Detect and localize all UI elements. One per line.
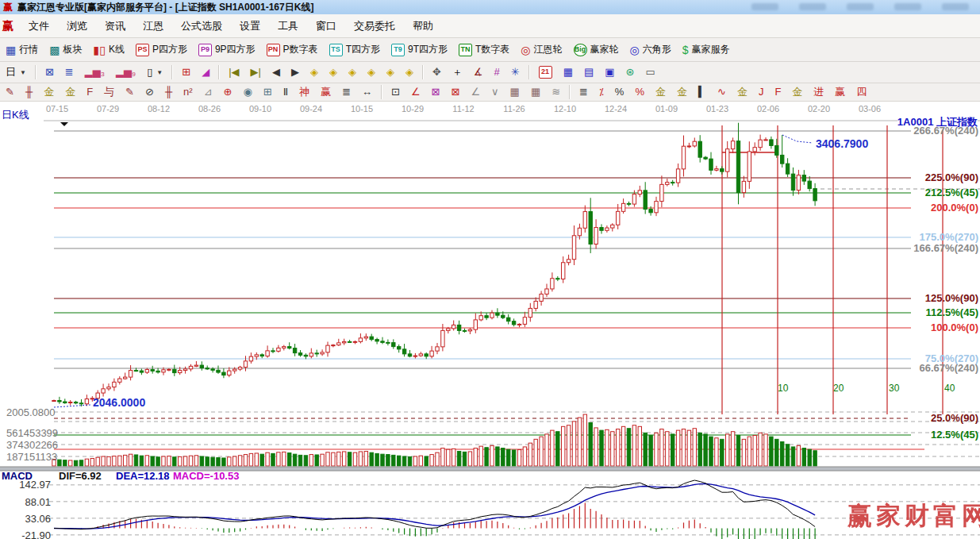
slash-fan-tool[interactable]: ∠ xyxy=(466,84,485,100)
grid-box-tool[interactable]: ▦ xyxy=(505,84,525,100)
candle-style-dropdown[interactable]: ▯▼ xyxy=(142,64,167,80)
gold-gate-tool[interactable]: 金 xyxy=(39,84,59,100)
t-square-button[interactable]: TST四方形 xyxy=(325,41,385,58)
four-angle-tool[interactable]: 四 xyxy=(851,84,871,100)
print-button[interactable]: ▭ xyxy=(640,64,659,80)
gann-level-label: 66.67%(240) xyxy=(920,362,978,374)
pen2-tool[interactable]: ✎ xyxy=(121,84,139,100)
grid-box2-tool[interactable]: ▦ xyxy=(526,84,545,100)
notepad-button[interactable]: ▤ xyxy=(579,64,598,80)
fence2-tool[interactable]: ╫ xyxy=(160,84,177,100)
menu-item-5[interactable]: 设置 xyxy=(231,15,269,37)
wave-tool[interactable]: ∿ xyxy=(713,84,731,100)
angle-tool-button[interactable]: ∡ xyxy=(469,64,488,80)
ruler-tool[interactable]: ≣ xyxy=(337,84,355,100)
percent-line-tool[interactable]: ⁒ xyxy=(594,84,609,100)
ma3-chart-icon[interactable]: ▂▅₃ xyxy=(80,64,110,80)
gann-level-label: 25.0%(90) xyxy=(931,412,978,424)
menu-item-1[interactable]: 浏览 xyxy=(58,15,96,37)
winner-service-button[interactable]: $赢家服务 xyxy=(678,41,735,58)
gann-grid-icon[interactable]: ⊞ xyxy=(177,64,195,80)
menu-item-7[interactable]: 窗口 xyxy=(307,15,345,37)
color-flag-icon[interactable]: ◢ xyxy=(197,64,214,80)
crosshair-button[interactable]: ＋ xyxy=(448,64,467,80)
f-gate-tool[interactable]: F xyxy=(82,84,98,100)
shen-gate-tool[interactable]: 神 xyxy=(294,84,314,100)
win-angle-tool[interactable]: 赢 xyxy=(830,84,850,100)
bars-tool[interactable]: ≣ xyxy=(575,84,593,100)
hexagon-button[interactable]: ◎六角形 xyxy=(625,41,676,58)
span-arrow-tool[interactable]: ↔ xyxy=(357,84,377,100)
gann-net-button[interactable]: # xyxy=(489,64,504,80)
zoom-all-button[interactable]: ◈ xyxy=(382,64,399,80)
zoom-right-button[interactable]: ◈ xyxy=(325,64,342,80)
ma9-chart-icon[interactable]: ▂▅₉ xyxy=(111,64,140,80)
percent2-tool[interactable]: % xyxy=(630,84,649,100)
menu-item-6[interactable]: 工具 xyxy=(269,15,307,37)
web-circle-tool[interactable]: ◉ xyxy=(238,84,256,100)
box-x-tool[interactable]: ⊠ xyxy=(447,84,465,100)
angle-a-tool[interactable]: ⊿ xyxy=(199,84,217,100)
gann-level-label: 266.67%(240) xyxy=(913,125,978,137)
jin-angle-tool[interactable]: 进 xyxy=(809,84,828,100)
zoom-move-button[interactable]: ◈ xyxy=(401,64,418,80)
gold2-angle-tool[interactable]: 金 xyxy=(787,84,807,100)
nav-prev-button[interactable]: ◀ xyxy=(267,64,285,80)
win-gate-tool[interactable]: 赢 xyxy=(316,84,336,100)
fence-tool[interactable]: ╫ xyxy=(21,84,37,100)
brush-tool[interactable]: ✎ xyxy=(1,84,19,100)
nav-next-button[interactable]: ▶ xyxy=(286,64,304,80)
gann-wheel-button[interactable]: ◎江恩轮 xyxy=(516,41,567,58)
menu-item-3[interactable]: 江恩 xyxy=(134,15,172,37)
zoom-left-button[interactable]: ◈ xyxy=(306,64,323,80)
sectors-button[interactable]: ▩板块 xyxy=(44,41,86,58)
menu-item-2[interactable]: 资讯 xyxy=(96,15,134,37)
menu-item-8[interactable]: 交易委托 xyxy=(345,15,404,37)
hook-tool[interactable]: 与 xyxy=(99,84,119,100)
menu-item-9[interactable]: 帮助 xyxy=(404,15,442,37)
pause-quote-tool[interactable]: Ⅱ xyxy=(279,84,293,100)
hand-tool-button[interactable]: ✥ xyxy=(428,64,446,80)
9t-square-button[interactable]: T99T四方形 xyxy=(386,41,452,58)
box-tool[interactable]: ⊡ xyxy=(386,84,405,100)
fan-lines-tool[interactable]: ∠ xyxy=(406,84,425,100)
quotes-button-label: 行情 xyxy=(19,43,38,56)
info-doc-icon[interactable]: ≣ xyxy=(60,64,79,80)
circle-cross-tool[interactable]: ⊕ xyxy=(219,84,237,100)
gold-angle-tool[interactable]: 金 xyxy=(732,84,752,100)
analyse-button[interactable]: ✳ xyxy=(506,64,525,80)
gold-line-tool[interactable]: 金 xyxy=(672,84,692,100)
winner-wheel-button[interactable]: Big赢家轮 xyxy=(569,41,624,58)
menu-item-0[interactable]: 文件 xyxy=(20,15,58,37)
overlay-icon[interactable]: ⊠ xyxy=(40,64,59,80)
f-angle-tool[interactable]: F xyxy=(770,84,786,100)
slashes-tool[interactable]: ≋ xyxy=(547,84,565,100)
save-button[interactable]: ▣ xyxy=(600,64,619,80)
menu-item-4[interactable]: 公式选股 xyxy=(172,15,231,37)
period-day-dropdown[interactable]: 日▼ xyxy=(1,64,31,80)
zoom-h-button[interactable]: ◈ xyxy=(344,64,361,80)
t-digit-table-button[interactable]: TNT数字表 xyxy=(454,41,514,58)
zoom-out-button[interactable]: ◈ xyxy=(363,64,380,80)
box-fan-tool[interactable]: ⊠ xyxy=(427,84,445,100)
p-digit-table-button[interactable]: PNP数字表 xyxy=(262,41,323,58)
9p-square-button[interactable]: P99P四方形 xyxy=(194,41,260,58)
j-angle-tool[interactable]: J xyxy=(754,84,769,100)
p-square-button[interactable]: PSP四方形 xyxy=(131,41,192,58)
candle-pen-tool[interactable]: ▍ xyxy=(694,84,711,100)
nav-first-button[interactable]: |◀ xyxy=(224,64,244,80)
gold-circle-tool[interactable]: 金 xyxy=(651,84,671,100)
gold-gate2-tool[interactable]: 金 xyxy=(60,84,80,100)
export-chart-button[interactable]: ⊛ xyxy=(621,64,640,80)
percent-tool[interactable]: % xyxy=(610,84,629,100)
calculator-button[interactable]: ▦ xyxy=(559,64,578,80)
kline-button[interactable]: ▮▯K线 xyxy=(88,41,129,58)
chart-area[interactable]: 07-1507-2908-1208-2609-1009-2410-1510-29… xyxy=(0,102,980,539)
web-square-tool[interactable]: ⊞ xyxy=(259,84,277,100)
calendar-button[interactable]: 21 xyxy=(534,64,557,80)
quotes-button[interactable]: ▦行情 xyxy=(1,41,43,58)
nav-last-button[interactable]: ▶| xyxy=(246,64,266,80)
n2-tool[interactable]: n² xyxy=(179,84,198,100)
v-lines-tool[interactable]: ∨ xyxy=(486,84,504,100)
clock-tool[interactable]: ⊘ xyxy=(140,84,159,100)
